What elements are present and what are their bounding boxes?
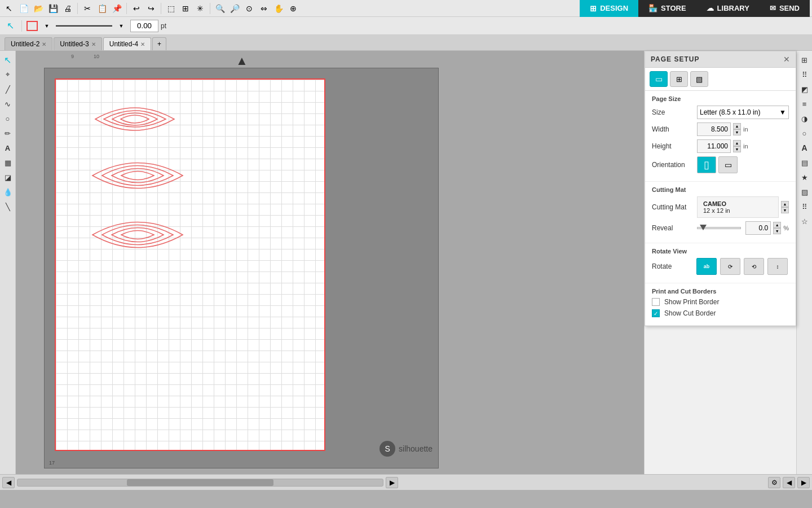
tool-eraser[interactable]: ◪ <box>1 170 15 184</box>
cutting-mat-control: CAMEO 12 x 12 in ▲ ▼ <box>697 196 789 218</box>
scroll-up-arrow[interactable]: ▲ <box>236 54 248 68</box>
tool-group[interactable]: ⊞ <box>179 2 192 15</box>
tool-node[interactable]: ⌖ <box>1 68 15 81</box>
width-spinner: ▲ ▼ <box>733 123 741 135</box>
reveal-slider[interactable] <box>697 227 741 229</box>
tool-zoom-fit[interactable]: ⊙ <box>242 2 256 15</box>
tool-save[interactable]: 💾 <box>46 2 60 15</box>
tool-move[interactable]: ⇔ <box>257 2 271 15</box>
tool-knife[interactable]: ╲ <box>1 200 15 213</box>
nav-left-btn[interactable]: ◀ <box>783 477 795 488</box>
tab-add-button[interactable]: + <box>152 37 166 50</box>
nav-library[interactable]: ☁ LIBRARY <box>696 0 760 17</box>
width-input[interactable]: 8.500 <box>697 122 731 136</box>
tool-pan[interactable]: ✋ <box>272 2 285 15</box>
tool-paste[interactable]: 📌 <box>110 2 123 15</box>
nav-store[interactable]: 🏪 STORE <box>638 0 696 17</box>
right-icon-layers[interactable]: ▤ <box>798 156 811 169</box>
right-icon-star2[interactable]: ☆ <box>798 214 811 228</box>
select-tool[interactable]: ↖ <box>3 19 17 33</box>
page-setup-title: PAGE SETUP <box>651 55 699 63</box>
mat-down[interactable]: ▼ <box>781 207 789 213</box>
rotate-btn-3[interactable]: ⟲ <box>744 258 764 275</box>
show-cut-border-checkbox[interactable] <box>652 309 660 317</box>
canvas-area[interactable]: ▲ <box>16 51 644 474</box>
right-icon-circle[interactable]: ○ <box>798 126 811 140</box>
width-down[interactable]: ▼ <box>733 129 741 135</box>
tool-text[interactable]: A <box>1 141 15 155</box>
fill-color-box[interactable] <box>27 21 38 31</box>
tool-cursor[interactable]: ↖ <box>2 2 16 15</box>
tool-print[interactable]: 🖨 <box>61 2 74 15</box>
page-setup-close[interactable]: ✕ <box>783 55 790 64</box>
size-dropdown[interactable]: Letter (8.5 x 11.0 in) ▼ <box>697 106 789 119</box>
width-up[interactable]: ▲ <box>733 123 741 129</box>
tab-label-4: Untitled-4 <box>109 40 138 48</box>
scroll-left-btn[interactable]: ◀ <box>2 477 15 488</box>
rotate-btn-1[interactable]: ab <box>696 258 717 275</box>
tab-untitled-4[interactable]: Untitled-4 ✕ <box>103 37 151 50</box>
right-icon-star[interactable]: ★ <box>798 170 811 184</box>
ps-tab-grid[interactable]: ⊞ <box>670 71 688 87</box>
tool-zoom-in[interactable]: 🔍 <box>213 2 227 15</box>
reveal-input[interactable]: 0.0 <box>745 221 771 235</box>
ps-tab-background[interactable]: ▧ <box>690 71 708 87</box>
tool-fill[interactable]: ▦ <box>1 156 15 169</box>
right-icon-transform[interactable]: ⊞ <box>798 53 811 67</box>
fill-color-arrow[interactable]: ▼ <box>40 19 54 33</box>
orient-landscape[interactable]: ▭ <box>718 156 738 173</box>
nav-right-btn[interactable]: ▶ <box>797 477 810 488</box>
tab-close-4[interactable]: ✕ <box>140 41 145 47</box>
ps-tab-page[interactable]: ▭ <box>650 71 668 87</box>
right-icon-fill[interactable]: ◩ <box>798 82 811 96</box>
right-icon-panel[interactable]: ▨ <box>798 185 811 199</box>
reveal-control: 0.0 ▲ ▼ % <box>697 221 789 235</box>
right-icon-color[interactable]: ◑ <box>798 112 811 125</box>
tool-dropper[interactable]: 💧 <box>1 185 15 199</box>
right-icon-lines[interactable]: ≡ <box>798 97 811 111</box>
height-up[interactable]: ▲ <box>733 140 741 146</box>
tab-close-3[interactable]: ✕ <box>91 41 96 47</box>
stroke-line-arrow[interactable]: ▼ <box>114 19 128 33</box>
reveal-down[interactable]: ▼ <box>773 228 781 234</box>
right-panel: PAGE SETUP ✕ ▭ ⊞ ▧ Pag <box>644 51 796 474</box>
tool-transform[interactable]: ✳ <box>193 2 207 15</box>
tool-zoom-out[interactable]: 🔎 <box>228 2 241 15</box>
height-input[interactable]: 11.000 <box>697 139 731 153</box>
rotate-btn-4[interactable]: ↕ <box>767 258 788 275</box>
tool-new[interactable]: 📄 <box>17 2 30 15</box>
tool-select[interactable]: ⬚ <box>164 2 178 15</box>
tool-cut[interactable]: ✂ <box>81 2 94 15</box>
tool-undo[interactable]: ↩ <box>130 2 143 15</box>
tool-crosshair[interactable]: ⊕ <box>286 2 300 15</box>
height-down[interactable]: ▼ <box>733 146 741 152</box>
right-icon-dots[interactable]: ⠿ <box>798 200 811 213</box>
tool-line[interactable]: ╱ <box>1 82 15 96</box>
mat-up[interactable]: ▲ <box>781 201 789 207</box>
tool-pointer[interactable]: ↖ <box>1 53 15 67</box>
show-print-border-checkbox[interactable] <box>652 298 660 306</box>
right-icon-pixel[interactable]: ⠿ <box>798 68 811 81</box>
reveal-value: 0.0 <box>759 224 769 232</box>
tool-redo[interactable]: ↪ <box>144 2 158 15</box>
tab-close-2[interactable]: ✕ <box>42 41 46 47</box>
nav-send[interactable]: ✉ SEND <box>760 0 810 17</box>
tool-open[interactable]: 📂 <box>32 2 45 15</box>
tab-untitled-2[interactable]: Untitled-2 ✕ <box>5 37 52 50</box>
tool-pencil[interactable]: ✏ <box>1 126 15 140</box>
scroll-right-btn[interactable]: ▶ <box>386 477 398 488</box>
tool-copy[interactable]: 📋 <box>95 2 109 15</box>
reveal-up[interactable]: ▲ <box>773 222 781 228</box>
tool-shape[interactable]: ○ <box>1 112 15 125</box>
stroke-width-input[interactable]: 0.00 <box>130 20 158 32</box>
tab-untitled-3[interactable]: Untitled-3 ✕ <box>54 37 102 50</box>
tool-curve[interactable]: ∿ <box>1 97 15 111</box>
rotate-btn-2[interactable]: ⟳ <box>720 258 740 275</box>
nav-design[interactable]: ⊞ DESIGN <box>580 0 638 17</box>
orient-portrait[interactable]: ▯ <box>697 156 716 173</box>
settings-btn[interactable]: ⚙ <box>768 477 780 488</box>
size-dropdown-arrow: ▼ <box>779 108 786 116</box>
scroll-track[interactable] <box>17 479 383 487</box>
bottom-bar: ◀ ▶ ⚙ ◀ ▶ <box>0 474 812 490</box>
right-icon-text[interactable]: A <box>798 141 811 155</box>
